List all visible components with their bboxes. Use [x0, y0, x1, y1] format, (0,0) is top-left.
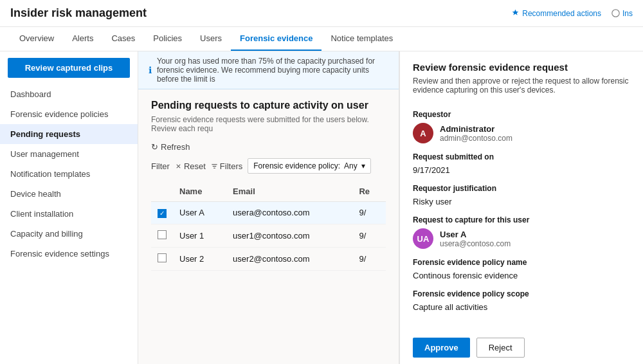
row-checkbox-cell [151, 224, 173, 247]
row-name: User A [173, 202, 226, 224]
svg-point-0 [612, 10, 619, 17]
requestor-info: Administrator admin@contoso.com [440, 124, 512, 143]
checkbox-user-1[interactable] [158, 230, 167, 239]
table-row[interactable]: User 1 user1@contoso.com 9/ [151, 224, 386, 247]
filters-button[interactable]: Filters [211, 161, 242, 171]
table-row[interactable]: ✓ User A usera@contoso.com 9/ [151, 202, 386, 224]
rp-title: Review forensic evidence request [413, 62, 630, 73]
capture-user-name: User A [440, 230, 511, 239]
rp-submitted-date: 9/17/2021 [413, 165, 630, 175]
toolbar: ↻ Refresh [151, 142, 386, 152]
row-checkbox-cell [151, 247, 173, 270]
sidebar-item-pending-requests[interactable]: Pending requests [0, 124, 138, 144]
capture-user-avatar: UA [413, 228, 433, 249]
sidebar-item-dashboard[interactable]: Dashboard [0, 84, 138, 104]
table-row[interactable]: User 2 user2@contoso.com 9/ [151, 247, 386, 270]
rp-requestor-label: Requestor [413, 110, 630, 119]
main-content: Pending requests to capture activity on … [138, 89, 399, 364]
right-panel: Review forensic evidence request Review … [399, 51, 643, 364]
rp-capture-label: Request to capture for this user [413, 215, 630, 224]
tab-notice-templates[interactable]: Notice templates [322, 27, 402, 51]
reset-icon [175, 163, 182, 170]
gear-icon [611, 9, 620, 17]
th-name: Name [173, 181, 226, 202]
tab-overview[interactable]: Overview [10, 27, 63, 51]
sidebar-item-forensic-settings[interactable]: Forensic evidence settings [0, 244, 138, 264]
recommended-actions-btn[interactable]: Recommended actions [511, 9, 601, 18]
content-area: ℹ Your org has used more than 75% of the… [138, 51, 399, 364]
row-name: User 2 [173, 247, 226, 270]
banner-text: Your org has used more than 75% of the c… [157, 57, 388, 84]
th-checkbox [151, 181, 173, 202]
ins-btn[interactable]: Ins [611, 9, 633, 18]
sidebar-item-user-management[interactable]: User management [0, 144, 138, 164]
requestor-avatar: A [413, 123, 433, 143]
row-email: user1@contoso.com [226, 224, 352, 247]
rp-policy-scope-label: Forensic evidence policy scope [413, 289, 630, 298]
tab-forensic-evidence[interactable]: Forensic evidence [231, 27, 322, 51]
rp-footer: Approve Reject [413, 329, 630, 358]
sidebar-item-forensic-policies[interactable]: Forensic evidence policies [0, 104, 138, 124]
policy-filter-select[interactable]: Forensic evidence policy: Any ▾ [248, 158, 370, 174]
reject-button[interactable]: Reject [476, 338, 525, 358]
page-title: Insider risk management [10, 6, 147, 20]
sidebar-item-capacity-billing[interactable]: Capacity and billing [0, 224, 138, 244]
tab-policies[interactable]: Policies [144, 27, 191, 51]
requestor-avatar-row: A Administrator admin@contoso.com [413, 123, 630, 143]
filter-icon [211, 163, 218, 170]
main-layout: Review captured clips Dashboard Forensic… [0, 51, 643, 364]
sidebar-item-device-health[interactable]: Device health [0, 184, 138, 204]
rp-policy-name-value: Continous forensic evidence [413, 271, 630, 280]
row-checkbox-cell: ✓ [151, 202, 173, 224]
header-actions: Recommended actions Ins [511, 9, 633, 18]
capture-user-info: User A usera@contoso.com [440, 230, 511, 248]
nav-tabs: Overview Alerts Cases Policies Users For… [0, 27, 643, 51]
rp-policy-scope-value: Capture all activities [413, 302, 630, 312]
review-captured-clips-button[interactable]: Review captured clips [8, 58, 130, 78]
checkbox-user-a[interactable]: ✓ [158, 209, 167, 218]
th-re: Re [352, 181, 386, 202]
tab-cases[interactable]: Cases [102, 27, 144, 51]
info-banner: ℹ Your org has used more than 75% of the… [138, 51, 399, 89]
row-date: 9/ [352, 224, 386, 247]
info-icon: ℹ [149, 65, 152, 75]
pending-requests-table: Name Email Re ✓ User A usera@contoso.com… [151, 181, 386, 271]
rp-submitted-label: Request submitted on [413, 152, 630, 161]
capture-user-email: usera@contoso.com [440, 239, 511, 248]
sidebar-item-notification-templates[interactable]: Notification templates [0, 164, 138, 184]
reset-button[interactable]: Reset [175, 161, 206, 171]
sidebar: Review captured clips Dashboard Forensic… [0, 51, 138, 364]
filter-bar: Filter Reset Filters Forensic evidence p… [151, 158, 386, 174]
requestor-email: admin@contoso.com [440, 134, 512, 143]
capture-user-avatar-row: UA User A usera@contoso.com [413, 228, 630, 249]
row-name: User 1 [173, 224, 226, 247]
star-icon [511, 9, 520, 17]
content-title: Pending requests to capture activity on … [151, 100, 386, 111]
content-subtitle: Forensic evidence requests were submitte… [151, 115, 386, 133]
rp-policy-name-label: Forensic evidence policy name [413, 258, 630, 267]
row-date: 9/ [352, 202, 386, 224]
approve-button[interactable]: Approve [413, 338, 470, 358]
th-email: Email [226, 181, 352, 202]
checkbox-user-2[interactable] [158, 253, 167, 262]
tab-users[interactable]: Users [191, 27, 231, 51]
filter-label: Filter [151, 161, 170, 171]
refresh-icon: ↻ [151, 142, 158, 152]
sidebar-item-client-installation[interactable]: Client installation [0, 204, 138, 224]
requestor-name: Administrator [440, 124, 512, 134]
rp-justification-value: Risky user [413, 197, 630, 206]
top-header: Insider risk management Recommended acti… [0, 0, 643, 27]
row-email: user2@contoso.com [226, 247, 352, 270]
chevron-down-icon: ▾ [361, 161, 365, 170]
rp-justification-label: Requestor justification [413, 184, 630, 193]
rp-subtitle: Review and then approve or reject the re… [413, 77, 630, 95]
refresh-button[interactable]: ↻ Refresh [151, 142, 190, 152]
row-email: usera@contoso.com [226, 202, 352, 224]
tab-alerts[interactable]: Alerts [63, 27, 102, 51]
row-date: 9/ [352, 247, 386, 270]
